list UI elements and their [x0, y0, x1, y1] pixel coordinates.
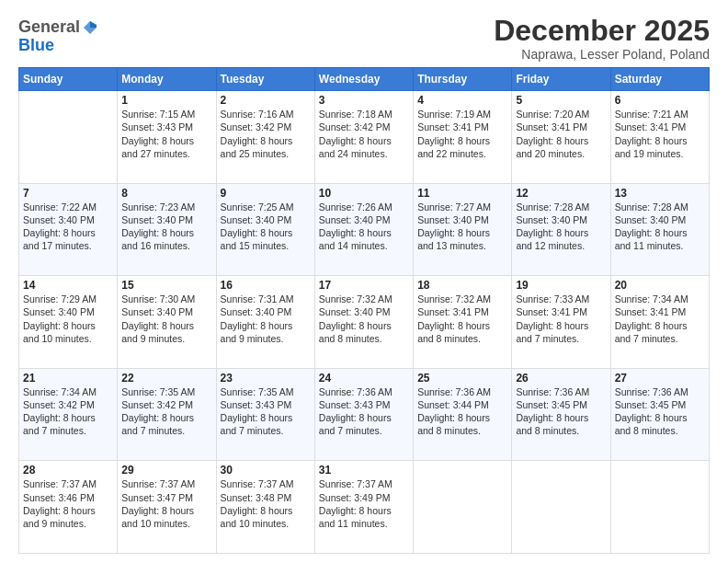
- table-row: 18Sunrise: 7:32 AMSunset: 3:41 PMDayligh…: [414, 276, 512, 369]
- cell-details: Sunrise: 7:15 AMSunset: 3:43 PMDaylight:…: [121, 109, 195, 159]
- day-number: 12: [516, 187, 606, 200]
- calendar-week-row: 7Sunrise: 7:22 AMSunset: 3:40 PMDaylight…: [19, 183, 710, 276]
- logo: General Blue: [18, 18, 98, 55]
- table-row: 15Sunrise: 7:30 AMSunset: 3:40 PMDayligh…: [118, 276, 216, 369]
- cell-details: Sunrise: 7:29 AMSunset: 3:40 PMDaylight:…: [23, 293, 97, 344]
- logo-general-text: General: [18, 18, 80, 37]
- table-row: 20Sunrise: 7:34 AMSunset: 3:41 PMDayligh…: [610, 276, 709, 369]
- cell-details: Sunrise: 7:23 AMSunset: 3:40 PMDaylight:…: [121, 201, 195, 252]
- day-number: 16: [221, 279, 311, 292]
- cell-details: Sunrise: 7:37 AMSunset: 3:48 PMDaylight:…: [221, 478, 294, 529]
- table-row: 21Sunrise: 7:34 AMSunset: 3:42 PMDayligh…: [19, 368, 118, 461]
- day-number: 8: [121, 187, 211, 200]
- table-row: 1Sunrise: 7:15 AMSunset: 3:43 PMDaylight…: [118, 91, 216, 184]
- day-number: 9: [221, 187, 311, 200]
- header: General Blue December 2025 Naprawa, Less…: [18, 15, 710, 62]
- cell-details: Sunrise: 7:37 AMSunset: 3:49 PMDaylight:…: [319, 478, 392, 529]
- cell-details: Sunrise: 7:30 AMSunset: 3:40 PMDaylight:…: [121, 293, 195, 344]
- day-number: 31: [319, 464, 409, 477]
- cell-details: Sunrise: 7:19 AMSunset: 3:41 PMDaylight:…: [417, 109, 491, 159]
- month-title: December 2025: [494, 15, 710, 47]
- calendar-table: Sunday Monday Tuesday Wednesday Thursday…: [18, 67, 710, 554]
- cell-details: Sunrise: 7:28 AMSunset: 3:40 PMDaylight:…: [516, 201, 589, 252]
- day-number: 1: [121, 94, 211, 107]
- location: Naprawa, Lesser Poland, Poland: [494, 47, 710, 62]
- day-number: 15: [121, 279, 211, 292]
- calendar-week-row: 21Sunrise: 7:34 AMSunset: 3:42 PMDayligh…: [19, 368, 710, 461]
- cell-details: Sunrise: 7:22 AMSunset: 3:40 PMDaylight:…: [23, 201, 97, 252]
- cell-details: Sunrise: 7:16 AMSunset: 3:42 PMDaylight:…: [221, 109, 294, 159]
- logo-icon: [82, 19, 98, 36]
- table-row: 30Sunrise: 7:37 AMSunset: 3:48 PMDayligh…: [216, 461, 314, 554]
- day-number: 11: [417, 187, 507, 200]
- table-row: 25Sunrise: 7:36 AMSunset: 3:44 PMDayligh…: [414, 368, 512, 461]
- table-row: 9Sunrise: 7:25 AMSunset: 3:40 PMDaylight…: [216, 183, 314, 276]
- table-row: 14Sunrise: 7:29 AMSunset: 3:40 PMDayligh…: [19, 276, 118, 369]
- day-number: 13: [615, 187, 705, 200]
- day-number: 30: [221, 464, 311, 477]
- table-row: [512, 461, 610, 554]
- day-number: 28: [23, 464, 113, 477]
- calendar-week-row: 14Sunrise: 7:29 AMSunset: 3:40 PMDayligh…: [19, 276, 710, 369]
- cell-details: Sunrise: 7:32 AMSunset: 3:41 PMDaylight:…: [417, 293, 491, 344]
- calendar-week-row: 28Sunrise: 7:37 AMSunset: 3:46 PMDayligh…: [19, 461, 710, 554]
- day-number: 5: [516, 94, 606, 107]
- calendar-week-row: 1Sunrise: 7:15 AMSunset: 3:43 PMDaylight…: [19, 91, 710, 184]
- col-monday: Monday: [118, 68, 216, 91]
- table-row: 11Sunrise: 7:27 AMSunset: 3:40 PMDayligh…: [414, 183, 512, 276]
- cell-details: Sunrise: 7:27 AMSunset: 3:40 PMDaylight:…: [417, 201, 491, 252]
- cell-details: Sunrise: 7:36 AMSunset: 3:44 PMDaylight:…: [417, 386, 491, 437]
- day-number: 21: [23, 372, 113, 385]
- table-row: 31Sunrise: 7:37 AMSunset: 3:49 PMDayligh…: [314, 461, 413, 554]
- cell-details: Sunrise: 7:37 AMSunset: 3:47 PMDaylight:…: [121, 478, 195, 529]
- col-tuesday: Tuesday: [216, 68, 314, 91]
- table-row: 28Sunrise: 7:37 AMSunset: 3:46 PMDayligh…: [19, 461, 118, 554]
- cell-details: Sunrise: 7:25 AMSunset: 3:40 PMDaylight:…: [221, 201, 294, 252]
- cell-details: Sunrise: 7:31 AMSunset: 3:40 PMDaylight:…: [221, 293, 294, 344]
- cell-details: Sunrise: 7:35 AMSunset: 3:43 PMDaylight:…: [221, 386, 294, 437]
- table-row: 8Sunrise: 7:23 AMSunset: 3:40 PMDaylight…: [118, 183, 216, 276]
- col-sunday: Sunday: [19, 68, 118, 91]
- table-row: 10Sunrise: 7:26 AMSunset: 3:40 PMDayligh…: [314, 183, 413, 276]
- table-row: 5Sunrise: 7:20 AMSunset: 3:41 PMDaylight…: [512, 91, 610, 184]
- col-friday: Friday: [512, 68, 610, 91]
- cell-details: Sunrise: 7:26 AMSunset: 3:40 PMDaylight:…: [319, 201, 392, 252]
- day-number: 10: [319, 187, 409, 200]
- day-number: 29: [121, 464, 211, 477]
- table-row: 13Sunrise: 7:28 AMSunset: 3:40 PMDayligh…: [610, 183, 709, 276]
- day-number: 20: [615, 279, 705, 292]
- table-row: 23Sunrise: 7:35 AMSunset: 3:43 PMDayligh…: [216, 368, 314, 461]
- day-number: 2: [221, 94, 311, 107]
- title-area: December 2025 Naprawa, Lesser Poland, Po…: [494, 15, 710, 62]
- table-row: 24Sunrise: 7:36 AMSunset: 3:43 PMDayligh…: [314, 368, 413, 461]
- table-row: [19, 91, 118, 184]
- table-row: 22Sunrise: 7:35 AMSunset: 3:42 PMDayligh…: [118, 368, 216, 461]
- cell-details: Sunrise: 7:33 AMSunset: 3:41 PMDaylight:…: [516, 293, 589, 344]
- cell-details: Sunrise: 7:28 AMSunset: 3:40 PMDaylight:…: [615, 201, 688, 252]
- day-number: 24: [319, 372, 409, 385]
- day-number: 4: [417, 94, 507, 107]
- day-number: 14: [23, 279, 113, 292]
- col-thursday: Thursday: [414, 68, 512, 91]
- cell-details: Sunrise: 7:36 AMSunset: 3:45 PMDaylight:…: [615, 386, 688, 437]
- cell-details: Sunrise: 7:20 AMSunset: 3:41 PMDaylight:…: [516, 109, 589, 159]
- cell-details: Sunrise: 7:37 AMSunset: 3:46 PMDaylight:…: [23, 478, 97, 529]
- table-row: 12Sunrise: 7:28 AMSunset: 3:40 PMDayligh…: [512, 183, 610, 276]
- col-wednesday: Wednesday: [314, 68, 413, 91]
- cell-details: Sunrise: 7:18 AMSunset: 3:42 PMDaylight:…: [319, 109, 392, 159]
- day-number: 18: [417, 279, 507, 292]
- cell-details: Sunrise: 7:32 AMSunset: 3:40 PMDaylight:…: [319, 293, 392, 344]
- page: General Blue December 2025 Naprawa, Less…: [0, 0, 728, 563]
- cell-details: Sunrise: 7:21 AMSunset: 3:41 PMDaylight:…: [615, 109, 688, 159]
- table-row: 27Sunrise: 7:36 AMSunset: 3:45 PMDayligh…: [610, 368, 709, 461]
- day-number: 23: [221, 372, 311, 385]
- table-row: 29Sunrise: 7:37 AMSunset: 3:47 PMDayligh…: [118, 461, 216, 554]
- day-number: 19: [516, 279, 606, 292]
- table-row: [414, 461, 512, 554]
- day-number: 7: [23, 187, 113, 200]
- table-row: 19Sunrise: 7:33 AMSunset: 3:41 PMDayligh…: [512, 276, 610, 369]
- table-row: 17Sunrise: 7:32 AMSunset: 3:40 PMDayligh…: [314, 276, 413, 369]
- calendar-header-row: Sunday Monday Tuesday Wednesday Thursday…: [19, 68, 710, 91]
- cell-details: Sunrise: 7:34 AMSunset: 3:42 PMDaylight:…: [23, 386, 97, 437]
- table-row: 2Sunrise: 7:16 AMSunset: 3:42 PMDaylight…: [216, 91, 314, 184]
